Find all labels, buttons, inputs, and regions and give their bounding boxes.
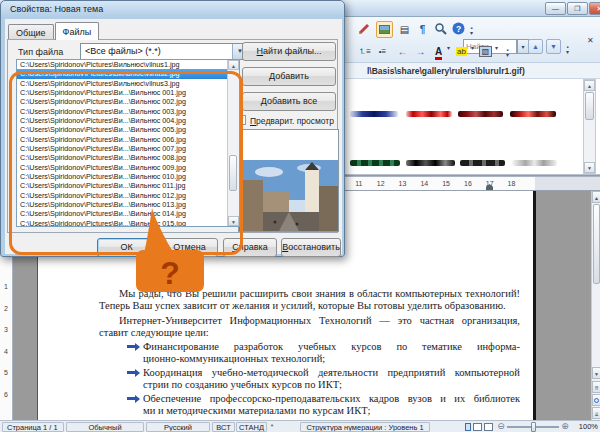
help-button[interactable]: Справка: [223, 238, 277, 257]
list-scroll-up-icon[interactable]: ▲: [228, 60, 239, 70]
zoom-slider[interactable]: [507, 426, 559, 428]
gallery-ruler-item[interactable]: [406, 111, 452, 117]
scroll-down-icon[interactable]: ▼: [592, 367, 600, 379]
bullet-arrow-icon: [127, 397, 135, 400]
scrollbar-thumb[interactable]: [593, 204, 600, 284]
dialog-tab[interactable]: Файлы: [55, 22, 100, 40]
ruler-number: 3: [0, 319, 12, 341]
zoom-in-icon[interactable]: ⊕: [560, 422, 570, 432]
status-page[interactable]: Страница 1 / 1: [2, 422, 64, 432]
gallery-ruler-item[interactable]: [350, 111, 398, 117]
format-toolbar-overflow-icon[interactable]: ▪: [503, 47, 512, 61]
preview-checkbox[interactable]: ✓ Предварит. просмотр: [236, 114, 340, 126]
doc-bullet-item: Финансирование разработок учебных курсов…: [99, 341, 520, 364]
file-list-item[interactable]: C:\Users\Spiridonov\Pictures\Ви...\Вильн…: [17, 125, 239, 134]
ruler-number: 14: [413, 178, 435, 190]
file-list-item[interactable]: C:\Users\Spiridonov\Pictures\Вильнюс\vil…: [17, 79, 239, 88]
list-scroll-down-icon[interactable]: ▼: [228, 216, 239, 226]
status-modified: *: [268, 422, 276, 432]
preview-image: [238, 129, 339, 232]
gallery-ruler-item[interactable]: [350, 160, 400, 166]
find-previous-icon[interactable]: ▲: [528, 39, 543, 54]
document-text[interactable]: Мы рады, что Вы решили расширить свои зн…: [99, 288, 520, 416]
ruler-number: 18: [501, 178, 523, 190]
gallery-scrollbar[interactable]: ▲ ▼: [583, 79, 596, 174]
status-language[interactable]: Русский: [146, 422, 210, 432]
help-icon[interactable]: ?: [450, 21, 467, 38]
navigation-icon[interactable]: [592, 394, 600, 406]
bullets-icon[interactable]: •≡: [374, 43, 391, 60]
font-color-dropdown-icon[interactable]: [444, 47, 453, 61]
toolbar-overflow-icon[interactable]: ▪: [467, 25, 476, 39]
gallery-icon[interactable]: [376, 21, 393, 38]
formatting-marks-icon[interactable]: ¶: [414, 21, 431, 38]
file-list-item[interactable]: C:\Users\Spiridonov\Pictures\Вильнюс\vil…: [17, 60, 239, 69]
file-type-combobox[interactable]: <Все файлы> (*.*) ▼: [80, 43, 248, 60]
svg-text:?: ?: [456, 24, 461, 34]
status-outline[interactable]: Структура нумерации : Уровень 1: [300, 422, 430, 432]
close-button[interactable]: ✕: [589, 2, 600, 15]
doc-line: Интернет-Университет Информационных Техн…: [99, 315, 520, 327]
status-page-style[interactable]: Обычный: [66, 422, 144, 432]
file-list-scrollbar[interactable]: ▲ ▼: [227, 60, 239, 226]
minimize-button[interactable]: —: [545, 2, 566, 15]
zoom-percent[interactable]: 100%: [571, 422, 598, 432]
ruler-number: 13: [392, 178, 414, 190]
data-sources-icon[interactable]: ▤: [396, 21, 413, 38]
multi-page-view-icon[interactable]: [473, 423, 482, 431]
document-scrollbar[interactable]: ▲ ▼ ⇈ ⇊: [591, 191, 600, 420]
highlighting-dropdown-icon[interactable]: [468, 47, 477, 61]
list-scrollbar-thumb[interactable]: [229, 155, 237, 191]
zoom-out-icon[interactable]: ⊖: [496, 422, 506, 432]
background-dropdown-icon[interactable]: [492, 47, 501, 61]
view-layout-buttons[interactable]: [462, 422, 496, 432]
file-list-item[interactable]: C:\Users\Spiridonov\Pictures\Ви...\Вильн…: [17, 107, 239, 116]
gallery-scrollbar-thumb[interactable]: [585, 92, 594, 120]
find-next-icon[interactable]: ▼: [546, 39, 561, 54]
add-button[interactable]: Добавить: [242, 67, 336, 86]
ruler-number: 12: [370, 178, 392, 190]
single-page-view-icon[interactable]: [465, 423, 471, 431]
find-overflow-icon[interactable]: ▪: [563, 44, 572, 58]
file-list-item[interactable]: C:\Users\Spiridonov\Pictures\Вильнюс\vil…: [17, 69, 239, 78]
file-list-item[interactable]: C:\Users\Spiridonov\Pictures\Ви...\Вильн…: [17, 144, 239, 153]
scroll-up-icon[interactable]: ▲: [592, 191, 600, 203]
find-files-button[interactable]: Найти файлы...: [242, 42, 336, 61]
status-insert-mode[interactable]: ВСТ: [212, 422, 235, 432]
gallery-scroll-down-icon[interactable]: ▼: [584, 162, 595, 173]
gallery-ruler-item[interactable]: [458, 111, 503, 117]
file-list-item[interactable]: C:\Users\Spiridonov\Pictures\Ви...\Вильн…: [17, 172, 239, 181]
zoom-icon[interactable]: [432, 21, 449, 38]
increase-indent-icon[interactable]: →: [412, 43, 429, 60]
previous-page-icon[interactable]: ⇈: [592, 381, 600, 393]
file-list-item[interactable]: C:\Users\Spiridonov\Pictures\Ви...\Вильн…: [17, 88, 239, 97]
gallery-ruler-item[interactable]: [406, 160, 455, 166]
status-bar: Страница 1 / 1 Обычный Русский ВСТ СТАНД…: [0, 420, 600, 432]
file-list-item[interactable]: C:\Users\Spiridonov\Pictures\Ви...\Вильн…: [17, 116, 239, 125]
gallery-ruler-item[interactable]: [510, 111, 556, 117]
file-list-item[interactable]: C:\Users\Spiridonov\Pictures\Ви...\Вильн…: [17, 97, 239, 106]
ruler-number: 5: [0, 362, 12, 384]
numbering-icon[interactable]: ⒈≡: [356, 43, 373, 60]
find-close-icon[interactable]: ✕: [587, 36, 594, 45]
zoom-slider-thumb[interactable]: [531, 422, 536, 432]
ruler-number: 15: [435, 178, 457, 190]
draw-functions-icon[interactable]: [356, 21, 373, 38]
dialog-tab[interactable]: Общие: [8, 24, 54, 40]
restore-button-dialog[interactable]: Восстановить: [281, 238, 341, 257]
ruler-number: 16: [457, 178, 479, 190]
next-page-icon[interactable]: ⇊: [592, 407, 600, 419]
status-selection-mode[interactable]: СТАНД: [236, 422, 267, 432]
book-view-icon[interactable]: [484, 423, 493, 431]
file-list-item[interactable]: C:\Users\Spiridonov\Pictures\Ви...\Вильн…: [17, 181, 239, 190]
gallery-ruler-item[interactable]: [512, 160, 557, 166]
file-list-item[interactable]: C:\Users\Spiridonov\Pictures\Ви...\Вильн…: [17, 153, 239, 162]
file-list-item[interactable]: C:\Users\Spiridonov\Pictures\Ви...\Вильн…: [17, 135, 239, 144]
gallery-ruler-item[interactable]: [460, 160, 505, 166]
gallery-scroll-up-icon[interactable]: ▲: [584, 80, 595, 91]
restore-button[interactable]: ❐: [567, 2, 588, 15]
add-all-button[interactable]: Добавить все: [242, 92, 336, 111]
decrease-indent-icon[interactable]: ←: [394, 43, 411, 60]
file-list-item[interactable]: C:\Users\Spiridonov\Pictures\Ви...\Вильн…: [17, 163, 239, 172]
file-list-item[interactable]: C:\Users\Spiridonov\Pictures\Ви...\Вильн…: [17, 191, 239, 200]
